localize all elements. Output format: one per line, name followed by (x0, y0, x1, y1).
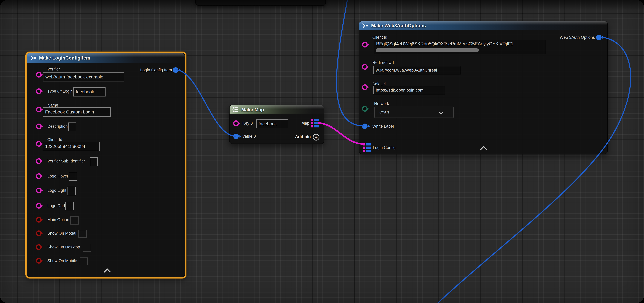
logo-dark-input[interactable] (66, 202, 74, 210)
pin-show-on-desktop[interactable] (36, 244, 42, 250)
client-id-input[interactable]: 1222658941886084 (43, 142, 100, 151)
make-struct-icon (30, 55, 37, 61)
pin-client-id[interactable] (36, 141, 42, 147)
blueprint-graph-canvas[interactable]: Make LoginConfigItem Login Config Item V… (0, 0, 644, 303)
node-header[interactable]: Make LoginConfigItem (27, 53, 184, 63)
pin-label-value-0: Value 0 (242, 134, 256, 139)
pin-label-logo-hover: Logo Hover (47, 174, 68, 178)
output-pin-label: Web 3Auth Options (560, 35, 595, 40)
logo-hover-input[interactable] (69, 172, 77, 181)
node-header[interactable]: Make Map (230, 105, 324, 114)
pin-label-show-on-desktop: Show On Desktop (47, 245, 80, 250)
pin-sdk-url[interactable] (362, 84, 368, 90)
key-0-input[interactable]: facebook (256, 119, 288, 128)
pin-label-main-option: Main Option (47, 217, 69, 222)
add-pin-plus-icon[interactable]: + (313, 134, 320, 140)
blueprint-editor: Make LoginConfigItem Login Config Item V… (0, 0, 644, 303)
pin-label-logo-dark: Logo Dark (47, 203, 66, 208)
node-make-web3authoptions[interactable]: Make Web3AuthOptions Web 3Auth Options C… (359, 21, 608, 154)
network-dropdown[interactable]: CYAN (374, 106, 454, 118)
pin-label-client-id: Client Id (372, 35, 387, 40)
pin-label-verifier: Verifier (47, 67, 60, 72)
client-id-text: BEglQSgt4cUWcj6SKRdu5QkOXTsePmMcusG5EAoy… (376, 41, 514, 46)
pin-client-id[interactable] (362, 42, 368, 48)
type-of-login-input[interactable]: facebook (73, 87, 106, 96)
show-on-modal-checkbox[interactable] (78, 230, 86, 238)
node-header[interactable]: Make Web3AuthOptions (359, 21, 607, 30)
pin-login-config[interactable] (363, 144, 371, 152)
collapse-node-chevron-icon[interactable] (480, 146, 487, 153)
node-make-map[interactable]: Make Map Key 0 facebook Value 0 Map Add … (229, 105, 324, 144)
pin-map-output[interactable] (311, 119, 319, 128)
pin-name[interactable] (36, 107, 42, 112)
network-selected-value: CYAN (380, 110, 389, 114)
node-make-loginconfigitem[interactable]: Make LoginConfigItem Login Config Item V… (27, 53, 185, 277)
pin-label-white-label: White Label (372, 124, 394, 129)
node-title: Make LoginConfigItem (39, 55, 90, 61)
pin-show-on-mobile[interactable] (36, 258, 42, 264)
pin-redirect-url[interactable] (362, 64, 368, 70)
pin-value-0[interactable] (233, 134, 239, 139)
redirect-url-input[interactable]: w3a://com.w3a.Web3AuthUnreal (374, 66, 461, 74)
pin-label-client-id: Client Id (47, 137, 62, 142)
pin-label-description: Description (47, 124, 68, 129)
add-pin-button[interactable]: Add pin (295, 134, 311, 139)
pin-main-option[interactable] (36, 217, 42, 222)
pin-label-type-of-login: Type Of Login (47, 89, 72, 94)
pin-key-0[interactable] (233, 120, 239, 126)
pin-network[interactable] (362, 106, 368, 112)
pin-logo-dark[interactable] (36, 203, 42, 208)
pin-label-map-output: Map (302, 121, 310, 126)
wire-map-to-login-config (319, 123, 364, 144)
description-input[interactable] (68, 122, 76, 131)
show-on-mobile-checkbox[interactable] (80, 258, 88, 266)
pin-logo-hover[interactable] (36, 173, 42, 179)
make-struct-icon (362, 23, 369, 28)
pin-label-redirect-url: Redirect Url (372, 60, 394, 65)
pin-label-logo-light: Logo Light (47, 188, 66, 193)
pin-label-verifier-sub-identifier: Verifier Sub Identifier (47, 159, 85, 164)
pin-verifier-sub-identifier[interactable] (36, 158, 42, 164)
offscreen-node-partial[interactable] (196, 0, 326, 6)
verifier-input[interactable]: web3auth-facebook-example (43, 72, 124, 82)
pin-type-of-login[interactable] (36, 88, 42, 94)
collapse-node-chevron-icon[interactable] (104, 268, 111, 275)
node-title: Make Map (241, 107, 264, 112)
output-pin-label: Login Config Item (140, 68, 172, 72)
pin-label-show-on-modal: Show On Modal (47, 231, 76, 236)
pin-label-network: Network (374, 101, 389, 106)
pin-show-on-modal[interactable] (36, 230, 42, 236)
make-map-icon (232, 107, 239, 112)
show-on-desktop-checkbox[interactable] (83, 244, 91, 252)
pin-label-show-on-mobile: Show On Mobile (47, 258, 77, 263)
pin-web3auth-options-output[interactable] (596, 35, 602, 40)
node-title: Make Web3AuthOptions (371, 23, 426, 28)
verifier-sub-identifier-input[interactable] (90, 157, 98, 166)
pin-verifier[interactable] (36, 72, 42, 78)
dropdown-chevron-icon (439, 110, 444, 114)
logo-light-input[interactable] (67, 187, 76, 196)
client-id-scrollbar[interactable] (376, 48, 479, 52)
main-option-checkbox[interactable] (70, 216, 79, 224)
pin-logo-light[interactable] (36, 188, 42, 193)
pin-white-label[interactable] (362, 124, 368, 129)
pin-login-config-item-output[interactable] (173, 67, 178, 73)
pin-label-sdk-url: Sdk Url (372, 82, 386, 86)
sdk-url-input[interactable]: https://sdk.openlogin.com (374, 86, 445, 94)
pin-label-login-config: Login Config (373, 145, 396, 150)
pin-description[interactable] (36, 124, 42, 129)
pin-label-name: Name (47, 103, 58, 108)
name-input[interactable]: Facebook Custom Login (43, 107, 111, 117)
pin-label-key-0: Key 0 (242, 121, 253, 126)
